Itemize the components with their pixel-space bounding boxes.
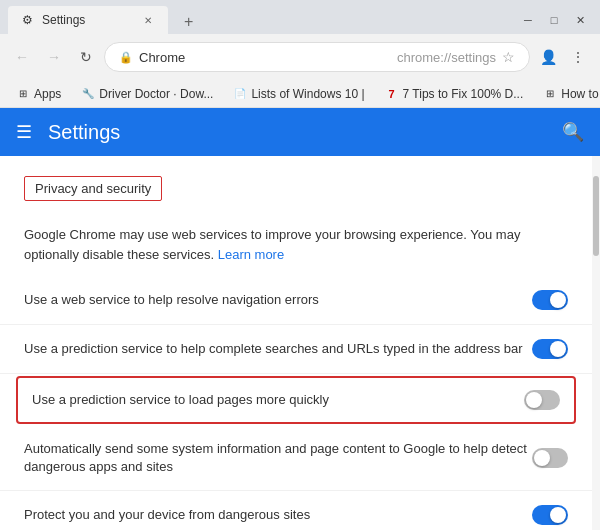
tab-label: Settings — [42, 13, 85, 27]
window-controls: ─ □ ✕ — [516, 10, 592, 34]
setting-item-4: Protect you and your device from dangero… — [0, 491, 592, 530]
setting-item-1: Use a prediction service to help complet… — [0, 325, 592, 374]
new-tab-icon: + — [184, 13, 193, 31]
back-button[interactable]: ← — [8, 43, 36, 71]
toggle-4[interactable] — [532, 505, 568, 525]
toggle-thumb-4 — [550, 507, 566, 523]
bookmark-driver-label: Driver Doctor · Dow... — [99, 87, 213, 101]
active-tab[interactable]: ⚙ Settings ✕ — [8, 6, 168, 34]
bookmark-apps-label: Apps — [34, 87, 61, 101]
address-input[interactable]: 🔒 Chrome chrome://settings ☆ — [104, 42, 530, 72]
address-bar-row: ← → ↻ 🔒 Chrome chrome://settings ☆ 👤 ⋮ — [0, 34, 600, 80]
toggle-0[interactable] — [532, 290, 568, 310]
setting-label-1: Use a prediction service to help complet… — [24, 340, 532, 358]
fix-favicon: ⊞ — [543, 87, 557, 101]
settings-header: ☰ Settings 🔍 — [0, 108, 600, 156]
toggle-thumb-1 — [550, 341, 566, 357]
settings-content: Privacy and security Google Chrome may u… — [0, 156, 600, 530]
setting-item-2-highlighted: Use a prediction service to load pages m… — [16, 376, 576, 424]
driver-favicon: 🔧 — [81, 87, 95, 101]
bookmark-fix[interactable]: ⊞ How to fix 100% disk... — [535, 85, 600, 103]
learn-more-link[interactable]: Learn more — [218, 247, 284, 262]
address-url: chrome://settings — [390, 50, 496, 65]
forward-button[interactable]: → — [40, 43, 68, 71]
toggle-thumb-3 — [534, 450, 550, 466]
hamburger-icon[interactable]: ☰ — [16, 121, 32, 143]
toggle-thumb-0 — [550, 292, 566, 308]
star-icon: ☆ — [502, 49, 515, 65]
bookmark-driver[interactable]: 🔧 Driver Doctor · Dow... — [73, 85, 221, 103]
intro-text: Google Chrome may use web services to im… — [0, 213, 592, 276]
reload-button[interactable]: ↻ — [72, 43, 100, 71]
toggle-2[interactable] — [524, 390, 560, 410]
menu-button[interactable]: ⋮ — [564, 43, 592, 71]
bookmark-lists[interactable]: 📄 Lists of Windows 10 | — [225, 85, 372, 103]
setting-label-0: Use a web service to help resolve naviga… — [24, 291, 532, 309]
browser-name: Chrome — [139, 50, 384, 65]
settings-search-icon[interactable]: 🔍 — [562, 121, 584, 143]
bookmark-lists-label: Lists of Windows 10 | — [251, 87, 364, 101]
toggle-3[interactable] — [532, 448, 568, 468]
lock-icon: 🔒 — [119, 51, 133, 64]
tips-favicon: 7 — [385, 87, 399, 101]
toggle-thumb-2 — [526, 392, 542, 408]
bookmark-7tips-label: 7 Tips to Fix 100% D... — [403, 87, 524, 101]
scrollbar-track[interactable] — [592, 156, 600, 530]
maximize-button[interactable]: □ — [542, 10, 566, 30]
privacy-section-heading: Privacy and security — [24, 176, 162, 201]
scrollbar-thumb[interactable] — [593, 176, 599, 256]
setting-label-2: Use a prediction service to load pages m… — [32, 391, 524, 409]
settings-page-title: Settings — [48, 121, 120, 144]
setting-item-0: Use a web service to help resolve naviga… — [0, 276, 592, 325]
settings-main: Privacy and security Google Chrome may u… — [0, 156, 592, 530]
bookmarks-bar: ⊞ Apps 🔧 Driver Doctor · Dow... 📄 Lists … — [0, 80, 600, 108]
setting-item-3: Automatically send some system informati… — [0, 426, 592, 491]
browser-window: ⚙ Settings ✕ + ─ □ ✕ ← → ↻ 🔒 Chrome chro… — [0, 0, 600, 530]
toggle-1[interactable] — [532, 339, 568, 359]
title-bar: ⚙ Settings ✕ + ─ □ ✕ — [0, 0, 600, 34]
bookmark-apps[interactable]: ⊞ Apps — [8, 85, 69, 103]
tab-favicon: ⚙ — [20, 13, 34, 27]
bookmark-fix-label: How to fix 100% disk... — [561, 87, 600, 101]
close-button[interactable]: ✕ — [568, 10, 592, 30]
tab-close-button[interactable]: ✕ — [140, 12, 156, 28]
apps-favicon: ⊞ — [16, 87, 30, 101]
bookmark-7tips[interactable]: 7 7 Tips to Fix 100% D... — [377, 85, 532, 103]
setting-label-3: Automatically send some system informati… — [24, 440, 532, 476]
setting-label-4: Protect you and your device from dangero… — [24, 506, 532, 524]
person-icon-button[interactable]: 👤 — [534, 43, 562, 71]
minimize-button[interactable]: ─ — [516, 10, 540, 30]
new-tab[interactable]: + — [172, 10, 232, 34]
toolbar-icons: 👤 ⋮ — [534, 43, 592, 71]
lists-favicon: 📄 — [233, 87, 247, 101]
